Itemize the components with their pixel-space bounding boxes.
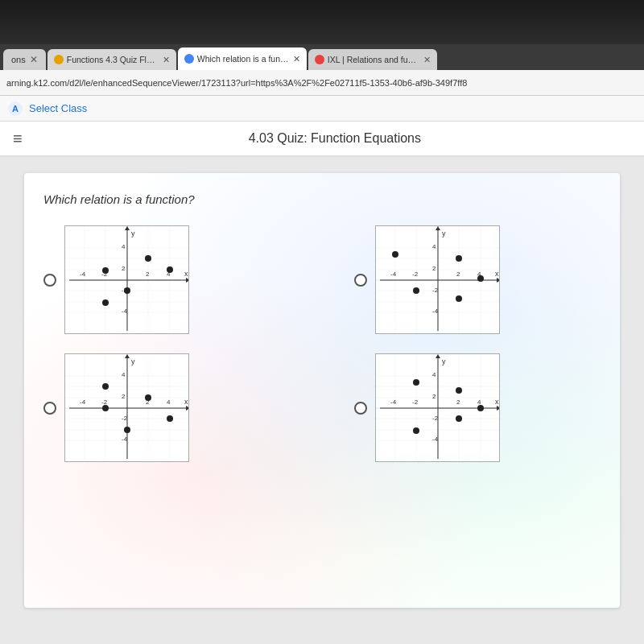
svg-text:4: 4	[432, 243, 436, 250]
svg-point-27	[102, 267, 109, 274]
svg-text:4: 4	[432, 371, 436, 378]
svg-point-91	[167, 415, 173, 422]
svg-text:-4: -4	[122, 308, 128, 315]
graph-d-svg: x y 4 2 2 4 -2 -4 -2 -4	[376, 354, 500, 462]
tab-ixl-label: IXL | Relations and functions	[328, 55, 420, 64]
svg-point-119	[413, 379, 419, 386]
svg-point-29	[124, 287, 130, 294]
svg-text:2: 2	[456, 398, 460, 406]
svg-point-58	[456, 255, 462, 262]
graph-option-d[interactable]: x y 4 2 2 4 -2 -4 -2 -4	[354, 353, 601, 462]
svg-point-89	[145, 394, 151, 401]
graph-option-b[interactable]: x y 4 2 2 4 -2 -4 -2 -4	[354, 225, 601, 334]
question-text: Which relation is a function?	[43, 192, 601, 206]
svg-point-26	[145, 255, 151, 262]
svg-text:-4: -4	[390, 398, 397, 406]
svg-point-61	[456, 295, 462, 302]
radio-d[interactable]	[354, 402, 367, 415]
svg-text:y: y	[442, 357, 446, 365]
svg-text:2: 2	[432, 265, 436, 272]
svg-text:-2: -2	[412, 398, 419, 406]
svg-text:-4: -4	[390, 270, 397, 278]
quiz-body: Which relation is a function?	[0, 157, 644, 644]
svg-marker-107	[497, 406, 500, 411]
svg-marker-108	[436, 354, 440, 358]
svg-text:x: x	[184, 270, 188, 278]
svg-text:y: y	[442, 229, 446, 237]
svg-text:y: y	[131, 357, 135, 365]
svg-marker-46	[436, 226, 440, 230]
graph-option-c[interactable]: x y 4 2 2 4 -2 -4 -2 -4	[43, 353, 290, 462]
graph-c-svg: x y 4 2 2 4 -2 -4 -2 -4	[65, 354, 189, 462]
svg-point-28	[167, 266, 173, 273]
svg-text:4: 4	[477, 398, 481, 406]
svg-point-88	[102, 383, 109, 390]
tab-flashcards[interactable]: Functions 4.3 Quiz Flashcards ✕	[47, 49, 176, 70]
svg-text:-2: -2	[432, 415, 439, 422]
svg-text:y: y	[131, 229, 135, 237]
top-bar	[0, 0, 644, 44]
tab-ons[interactable]: ons ✕	[3, 49, 46, 70]
tab-function-close[interactable]: ✕	[293, 54, 300, 64]
graph-d: x y 4 2 2 4 -2 -4 -2 -4	[375, 353, 500, 462]
address-bar-row: arning.k12.com/d2l/le/enhancedSequenceVi…	[0, 70, 644, 96]
svg-text:2: 2	[122, 393, 126, 400]
select-class-icon: A	[8, 101, 23, 116]
svg-point-92	[124, 427, 130, 433]
svg-text:-4: -4	[432, 308, 439, 315]
svg-text:-2: -2	[122, 415, 128, 422]
tab-function-icon	[184, 54, 194, 64]
svg-text:x: x	[495, 398, 499, 406]
svg-point-60	[413, 287, 419, 294]
svg-text:-4: -4	[432, 436, 439, 443]
svg-marker-45	[497, 278, 500, 283]
svg-point-122	[456, 415, 462, 422]
address-text[interactable]: arning.k12.com/d2l/le/enhancedSequenceVi…	[6, 78, 638, 88]
svg-point-121	[477, 405, 484, 411]
tab-function-label: Which relation is a function?	[197, 54, 290, 64]
graph-a: x y 4 2 2 4 -2 -4 -2 -4	[64, 225, 189, 334]
graph-c: x y 4 2 2 4 -2 -4 -2 -4	[64, 353, 189, 462]
tab-function[interactable]: Which relation is a function? ✕	[178, 47, 307, 70]
tab-ixl-close[interactable]: ✕	[423, 55, 431, 65]
content-card: Which relation is a function?	[24, 173, 620, 608]
svg-text:4: 4	[122, 243, 126, 250]
svg-text:4: 4	[122, 371, 126, 378]
quiz-title: 4.03 Quiz: Function Equations	[39, 131, 631, 146]
quiz-header: ≡ 4.03 Quiz: Function Equations	[0, 122, 644, 157]
browser-tabs: ons ✕ Functions 4.3 Quiz Flashcards ✕ Wh…	[0, 44, 644, 70]
radio-a[interactable]	[43, 274, 56, 287]
svg-text:-2: -2	[412, 270, 419, 278]
svg-text:x: x	[495, 270, 499, 278]
svg-text:2: 2	[432, 393, 436, 400]
tab-ons-close[interactable]: ✕	[30, 54, 38, 65]
svg-text:-4: -4	[122, 436, 128, 443]
svg-marker-14	[186, 278, 189, 283]
tab-flashcards-close[interactable]: ✕	[163, 55, 170, 65]
select-class-bar: A Select Class	[0, 96, 644, 122]
svg-text:2: 2	[456, 270, 460, 278]
svg-point-120	[456, 387, 462, 394]
svg-marker-15	[125, 226, 130, 230]
svg-point-90	[102, 405, 109, 411]
svg-text:-4: -4	[80, 270, 86, 278]
svg-point-59	[477, 275, 484, 282]
svg-text:2: 2	[146, 270, 150, 278]
radio-c[interactable]	[43, 402, 56, 415]
svg-text:-2: -2	[101, 398, 108, 406]
select-class-link[interactable]: Select Class	[29, 102, 87, 114]
svg-point-57	[392, 251, 398, 258]
menu-icon[interactable]: ≡	[13, 130, 23, 148]
graph-b: x y 4 2 2 4 -2 -4 -2 -4	[375, 225, 500, 334]
tab-ons-label: ons	[11, 55, 26, 64]
graph-b-svg: x y 4 2 2 4 -2 -4 -2 -4	[376, 226, 500, 334]
radio-b[interactable]	[354, 274, 367, 287]
tab-flashcards-label: Functions 4.3 Quiz Flashcards	[67, 55, 159, 64]
tab-ixl-icon	[315, 55, 324, 64]
svg-point-30	[102, 299, 109, 306]
svg-point-123	[413, 427, 419, 434]
tab-ixl[interactable]: IXL | Relations and functions ✕	[308, 49, 437, 70]
graph-option-a[interactable]: x y 4 2 2 4 -2 -4 -2 -4	[43, 225, 290, 334]
svg-text:4: 4	[167, 398, 171, 406]
graphs-grid: x y 4 2 2 4 -2 -4 -2 -4	[43, 225, 601, 462]
